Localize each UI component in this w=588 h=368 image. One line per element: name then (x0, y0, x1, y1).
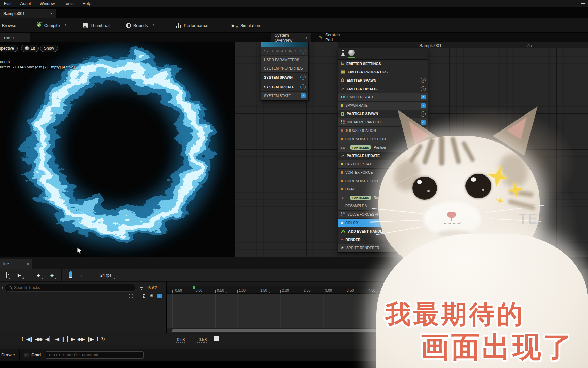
add-module-button[interactable]: + (300, 49, 306, 54)
module-row-selected[interactable]: COLOR✓ (338, 219, 428, 227)
lit-mode-button[interactable]: Lit (21, 45, 39, 52)
preview-viewport[interactable]: spective Lit Show ounts urrent, 713343 M… (0, 42, 235, 257)
enabled-checkbox[interactable]: ✓ (421, 145, 426, 150)
tab-preview-viewport[interactable]: ew × (0, 33, 30, 42)
enabled-checkbox[interactable]: ✓ (301, 93, 306, 98)
browse-button[interactable]: Browse (0, 23, 18, 28)
bounds-options-icon[interactable]: ⋮ (151, 23, 156, 28)
previous-frame-button[interactable]: ◀▏ (45, 336, 52, 342)
previous-key-button[interactable]: ◀◆ (35, 336, 43, 342)
next-frame-button[interactable]: ▏▶ (67, 336, 75, 342)
tab-system-overview[interactable]: System Overview × (271, 33, 311, 42)
module-row[interactable]: CURL NOISE FORCE 001✓ (338, 135, 428, 143)
snap-magnet-button[interactable] (67, 273, 75, 278)
emitter-thumbnail-icon[interactable] (348, 50, 355, 58)
module-row[interactable]: SET:PARTICLESPosition✓ (338, 143, 428, 152)
add-module-button[interactable]: + (421, 78, 426, 83)
add-module-button[interactable]: + (421, 237, 426, 242)
person-icon[interactable] (142, 294, 145, 299)
system-row[interactable]: SYSTEM SPAWN+ (261, 73, 308, 82)
system-overview-tab-close-icon[interactable]: × (305, 36, 307, 40)
tab-scratch-pad[interactable]: ✎ Scratch Pad (315, 33, 352, 42)
enabled-checkbox[interactable]: ✓ (421, 95, 426, 99)
simulation-button[interactable]: Simulation (230, 23, 262, 28)
playhead-handle[interactable] (193, 286, 195, 289)
next-key-button[interactable]: ◆▶ (78, 336, 85, 342)
content-drawer-button[interactable]: Drawer (1, 353, 15, 357)
menu-item-tools[interactable]: Tools (64, 1, 74, 6)
module-row[interactable]: DRAG✓ (338, 185, 428, 194)
jump-to-start-button[interactable]: ◀∥ (27, 336, 32, 342)
fps-selector[interactable]: 24 fps (97, 273, 115, 278)
module-row[interactable]: RESAMPLE V✓ (338, 202, 428, 211)
module-row[interactable]: SET:PARTICLESResampleVelocity✓ (338, 194, 428, 202)
module-row[interactable]: ♥RENDER+ (338, 235, 428, 244)
search-tracks-box[interactable] (5, 284, 136, 292)
console-command-input[interactable] (46, 351, 144, 359)
performance-button[interactable]: Performance ⋮ (174, 23, 218, 28)
module-row[interactable]: EMITTER SPAWN+ (338, 76, 428, 85)
bounds-button[interactable]: Bounds ⋮ (124, 23, 158, 28)
module-row[interactable]: PARTICLE SPAWN+ (338, 110, 428, 119)
search-tracks-input[interactable] (14, 285, 116, 290)
cmd-label[interactable]: Cmd (31, 353, 41, 357)
track-enabled-checkbox[interactable]: ✓ (157, 294, 162, 298)
module-row[interactable]: INITIALIZE PARTICLE✓ (338, 118, 428, 127)
playhead-line[interactable] (194, 286, 194, 328)
module-row[interactable]: SOLVE FORCES AND VELOCITY✓ (338, 211, 428, 219)
play-options-button[interactable]: ▶ (15, 273, 24, 278)
scrollbar-end-chip[interactable] (214, 336, 219, 341)
module-row[interactable]: EMITTER STATE✓ (338, 93, 428, 102)
menu-item-asset[interactable]: Asset (20, 1, 31, 6)
keyframe-button[interactable]: ◆ (34, 273, 43, 278)
module-row[interactable]: ☀SPRITE RENDERER✓ (338, 244, 428, 252)
add-module-button[interactable]: + (300, 84, 306, 89)
enabled-checkbox[interactable]: ✓ (421, 246, 426, 250)
timeline-length-value[interactable]: 6.67 (148, 285, 157, 290)
system-node[interactable]: SYSTEM SETTINGS+USER PARAMETERSSYSTEM PR… (261, 42, 309, 101)
module-row[interactable]: ADD EVENT HANDLER+ (338, 227, 428, 236)
enabled-checkbox[interactable]: ✓ (421, 120, 426, 125)
menu-item-edit[interactable]: Edit (4, 1, 12, 6)
system-row[interactable]: USER PARAMETERS (261, 56, 308, 64)
timeline-ruler[interactable]: -0.500.000.501.001.502.002.503.003.504.0… (167, 286, 588, 294)
compile-button[interactable]: Compile ⋮ (34, 22, 70, 28)
add-module-button[interactable]: + (300, 75, 306, 80)
performance-options-icon[interactable]: ⋮ (212, 23, 216, 28)
menu-item-window[interactable]: Window (40, 1, 55, 6)
loop-mode-button[interactable]: ↻ (101, 336, 105, 342)
filter-icon[interactable] (139, 286, 144, 290)
add-module-button[interactable]: + (421, 229, 426, 234)
module-row[interactable]: ↗EMITTER UPDATE+ (338, 85, 428, 93)
set-playback-end-button[interactable]: ] (97, 336, 98, 342)
module-row[interactable]: ↗PARTICLE UPDATE+ (338, 152, 428, 160)
asset-tab[interactable]: Sample001 × (0, 9, 56, 18)
module-row[interactable]: TORUS LOCATION✓ (338, 127, 428, 135)
module-row[interactable]: SPAWN RATE✓ (338, 102, 428, 110)
enabled-checkbox[interactable]: ✓ (421, 179, 426, 183)
module-row[interactable]: EMITTER PROPERTIES (338, 68, 428, 77)
system-row[interactable]: SYSTEM SETTINGS+ (261, 47, 308, 56)
auto-key-button[interactable]: ◈ (48, 273, 56, 278)
module-row[interactable]: PARTICLE STATE✓ (338, 160, 428, 169)
asset-tab-close-icon[interactable]: × (50, 11, 53, 16)
system-row[interactable]: SYSTEM STATE✓ (261, 92, 308, 100)
enabled-checkbox[interactable]: ✓ (421, 220, 426, 225)
timeline-tab-close-icon[interactable]: × (27, 262, 29, 266)
end-time-value[interactable]: -0.58 (197, 337, 207, 343)
thumbnail-button[interactable]: Thumbnail (81, 23, 112, 28)
system-row[interactable]: SYSTEM UPDATE+ (261, 82, 308, 92)
perspective-button[interactable]: spective (0, 45, 18, 52)
viewport-tab-close-icon[interactable]: × (12, 36, 14, 40)
enabled-checkbox[interactable]: ✓ (421, 137, 426, 141)
system-row[interactable]: SYSTEM PROPERTIES (261, 64, 308, 73)
enabled-checkbox[interactable]: ✓ (421, 195, 426, 200)
minimize-button[interactable]: — (581, 1, 585, 6)
enabled-checkbox[interactable]: ✓ (421, 212, 426, 217)
enabled-checkbox[interactable]: ✓ (421, 162, 426, 167)
enabled-checkbox[interactable]: ✓ (421, 128, 426, 133)
add-module-button[interactable]: + (421, 111, 426, 117)
curve-view-button[interactable] (3, 273, 10, 278)
pause-button[interactable]: ∥ (62, 336, 65, 342)
timeline-tab[interactable]: ine × (0, 259, 32, 269)
